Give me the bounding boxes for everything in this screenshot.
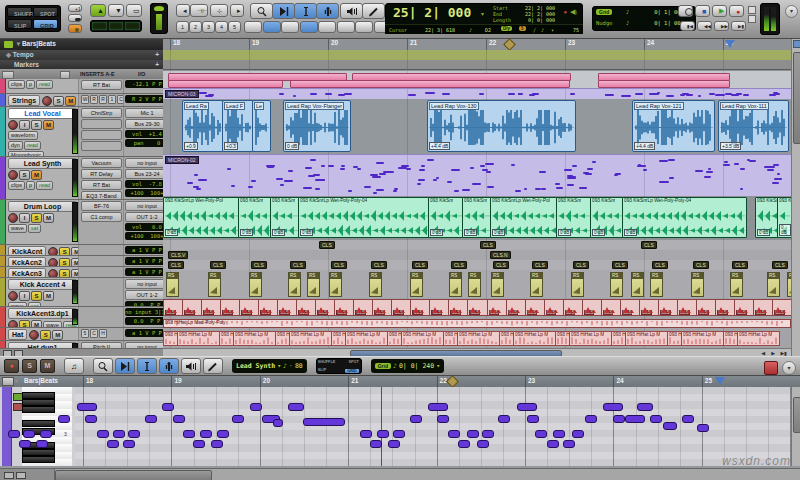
- midi-note[interactable]: [482, 430, 494, 438]
- audio-clip[interactable]: CLS: [487, 299, 507, 316]
- midi-note[interactable]: [442, 93, 451, 95]
- midi-note[interactable]: [541, 188, 547, 190]
- track-s-button[interactable]: S: [31, 120, 42, 130]
- markers-ruler-row[interactable]: Markers +: [0, 60, 163, 69]
- midi-clip-chip[interactable]: CLS: [532, 261, 548, 269]
- midi-note[interactable]: [725, 93, 732, 95]
- insertion-follows-button[interactable]: +1: [68, 4, 82, 12]
- mode-shuffle-button[interactable]: SHUFFLE: [7, 7, 32, 17]
- midi-editor-options-icon[interactable]: ▾: [782, 361, 796, 375]
- drum-clip[interactable]: 093 KikSnrLp Wet-Poly-Poly-040 dB: [298, 197, 430, 238]
- audio-clip[interactable]: 093 Hi: [219, 331, 234, 346]
- audio-clip[interactable]: RS: [491, 272, 504, 297]
- midi-note[interactable]: [715, 94, 725, 96]
- track-m-button[interactable]: M: [71, 269, 78, 277]
- midi-record-button[interactable]: ●: [4, 359, 19, 373]
- scrub-forward-button[interactable]: ▸: [230, 4, 244, 17]
- midi-track-dropdown-icon[interactable]: ▾: [277, 362, 281, 370]
- track-sort-icon[interactable]: [60, 71, 70, 79]
- audio-clip[interactable]: CLS: [620, 299, 640, 316]
- midi-note[interactable]: [486, 171, 491, 173]
- drum-clip[interactable]: 093 KikSnr0 dB: [270, 197, 300, 238]
- record-arm-button[interactable]: [48, 247, 58, 255]
- toolbar-options-icon[interactable]: ▾: [785, 5, 798, 18]
- insert-slot[interactable]: R: [99, 95, 107, 104]
- strings-clip[interactable]: [168, 80, 283, 88]
- marker-diamond-icon[interactable]: [503, 38, 516, 51]
- midi-grid-dropdown-icon[interactable]: ▾: [436, 362, 440, 370]
- zoom-toggle-button[interactable]: [318, 21, 336, 33]
- audio-clip[interactable]: 093 Hi: [387, 331, 402, 346]
- midi-note[interactable]: [518, 93, 522, 95]
- midi-note[interactable]: [529, 94, 535, 96]
- piano-black-key[interactable]: [22, 420, 55, 427]
- track-list-icon[interactable]: [2, 71, 14, 79]
- midi-grid-label[interactable]: Grid: [375, 363, 391, 369]
- midi-note[interactable]: [704, 176, 711, 178]
- track-name[interactable]: KickAcent3.dp1: [8, 308, 77, 319]
- midi-note[interactable]: [387, 171, 393, 173]
- mode-spot-button[interactable]: SPOT: [33, 7, 58, 17]
- midi-note[interactable]: [592, 161, 596, 163]
- midi-solo-button[interactable]: S: [22, 359, 37, 373]
- audio-clip[interactable]: 093 HiHat Lp M: [289, 331, 332, 346]
- scrub-rewind-button[interactable]: ◂: [176, 4, 190, 17]
- midi-note[interactable]: [564, 169, 571, 171]
- midi-note[interactable]: [341, 165, 345, 167]
- piano-black-key[interactable]: [22, 449, 55, 456]
- io-slot[interactable]: R 2 V P P: [125, 95, 163, 103]
- go-to-end-button[interactable]: ▶▮: [731, 21, 746, 31]
- midi-clip-chip[interactable]: CLS: [573, 261, 589, 269]
- midi-note[interactable]: [19, 440, 31, 448]
- midi-note[interactable]: [328, 165, 334, 167]
- mode-grid-button[interactable]: GRID: [33, 19, 58, 29]
- midi-scrubber-tool-button[interactable]: [181, 358, 201, 374]
- midi-mode-grid[interactable]: GRID: [345, 369, 359, 373]
- audio-clip[interactable]: Lead Ra+0.9: [182, 100, 224, 152]
- midi-note[interactable]: [515, 190, 522, 192]
- midi-note[interactable]: [668, 159, 675, 161]
- audio-clip[interactable]: 093 Hi: [443, 331, 458, 346]
- midi-note[interactable]: [40, 430, 52, 438]
- insert-slot[interactable]: H: [99, 329, 107, 338]
- midi-note[interactable]: [417, 183, 421, 185]
- io-slot[interactable]: vol -7.8: [125, 180, 163, 188]
- zoom-v-icon[interactable]: [16, 472, 26, 479]
- audio-clip[interactable]: CLS: [239, 299, 259, 316]
- insert-slot[interactable]: [81, 119, 122, 129]
- midi-note[interactable]: [288, 403, 304, 411]
- view-chip-Monophonic[interactable]: Monophonic: [8, 151, 44, 156]
- audio-clip[interactable]: 093 HiHat Lp M: [345, 331, 388, 346]
- audio-clip[interactable]: CLS: [220, 299, 240, 316]
- midi-note[interactable]: [231, 185, 235, 187]
- insert-slot[interactable]: BF-76: [81, 201, 122, 211]
- midi-grabber-tool-button[interactable]: [159, 358, 179, 374]
- audio-clip[interactable]: CLS: [658, 299, 678, 316]
- add-tempo-icon[interactable]: +: [155, 50, 159, 60]
- midi-note[interactable]: [585, 415, 597, 423]
- midi-note[interactable]: [467, 430, 479, 438]
- midi-note[interactable]: [669, 177, 674, 179]
- midi-clip-chip[interactable]: CLS: [210, 261, 226, 269]
- midi-note[interactable]: [447, 181, 451, 183]
- audio-clip[interactable]: Lead Rap Vox-121+4.4 dB: [632, 100, 715, 152]
- audio-clip[interactable]: CLS: [448, 299, 468, 316]
- midi-note[interactable]: [145, 415, 157, 423]
- audio-clip[interactable]: RS: [208, 272, 221, 297]
- midi-note[interactable]: [777, 173, 781, 175]
- midi-note[interactable]: [482, 169, 488, 171]
- view-chip-wave[interactable]: wave: [43, 321, 62, 328]
- audio-clip[interactable]: CLS: [182, 299, 202, 316]
- io-slot[interactable]: Bus 23-24: [125, 169, 163, 179]
- midi-note[interactable]: [388, 440, 400, 448]
- mirror-midi-button[interactable]: [68, 24, 82, 33]
- midi-note[interactable]: [480, 165, 485, 167]
- insert-slot[interactable]: 5: [81, 329, 89, 338]
- track-name[interactable]: Lead Synth: [8, 158, 77, 169]
- transport-checkbox-1[interactable]: [748, 6, 756, 14]
- kickacent3-dp1-lane[interactable]: CLSCLSCLSCLSCLSCLSCLSCLSCLSCLSCLSCLSCLSC…: [163, 298, 791, 319]
- piano-black-key[interactable]: [22, 456, 55, 463]
- audio-clip[interactable]: CLS: [410, 299, 430, 316]
- track-s-button[interactable]: S: [59, 269, 70, 277]
- midi-note[interactable]: [308, 175, 315, 177]
